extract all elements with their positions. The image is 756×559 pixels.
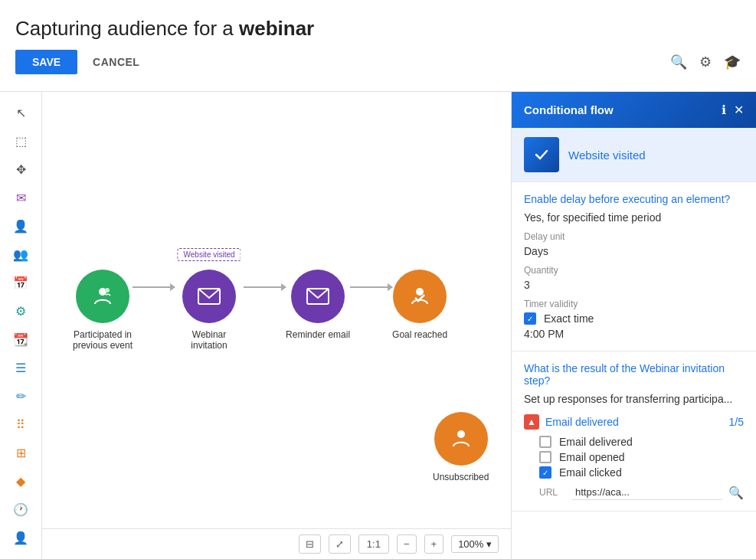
- delay-unit-label: Delay unit: [524, 231, 744, 242]
- email-delivered-expand-row: ▲ Email delivered 1/5: [524, 414, 744, 430]
- grid-toggle-button[interactable]: ⊟: [299, 534, 321, 554]
- flow-node-participated[interactable]: Participated in previous event: [73, 270, 133, 351]
- email-opened-checkbox-row: Email opened: [539, 451, 744, 463]
- zoom-display[interactable]: 100% ▾: [451, 535, 499, 553]
- exact-time-label: Exact time: [544, 312, 594, 325]
- email-delivered-sub-label: Email delivered: [559, 436, 633, 448]
- node-label-unsubscribed: Unsubscribed: [433, 472, 489, 482]
- flow-arrow-2: [244, 270, 286, 288]
- svg-point-5: [457, 430, 465, 438]
- calendar-group-icon[interactable]: 📅: [8, 271, 34, 295]
- delay-answer: Yes, for specified time period: [524, 211, 744, 224]
- timer-validity-label: Timer validity: [524, 299, 744, 309]
- email-delivered-checkbox[interactable]: [539, 436, 551, 448]
- panel-node-info: Website visited: [512, 128, 756, 182]
- list-icon[interactable]: ☰: [8, 356, 34, 380]
- url-search-icon[interactable]: 🔍: [728, 485, 744, 500]
- diamond-icon[interactable]: ◆: [8, 469, 34, 493]
- person-icon[interactable]: 👤: [8, 214, 34, 238]
- exact-time-row: ✓ Exact time: [524, 312, 744, 325]
- app-header: Capturing audience for a webinar SAVE CA…: [0, 0, 756, 92]
- person2-icon[interactable]: 👤: [8, 526, 34, 550]
- node-icon-webinar: [182, 270, 236, 323]
- email-opened-label: Email opened: [559, 451, 625, 463]
- website-visited-badge: Website visited: [178, 248, 241, 261]
- quantity-value: 3: [524, 279, 744, 291]
- group-icon[interactable]: 👥: [8, 243, 34, 266]
- panel-node-name: Website visited: [568, 149, 646, 162]
- canvas-toolbar: ⊟ ⤢ 1:1 − + 100% ▾: [42, 528, 511, 559]
- panel-title: Conditional flow: [524, 103, 614, 116]
- ratio-button[interactable]: 1:1: [358, 534, 389, 554]
- node-icon-participated: [76, 270, 129, 323]
- node-icon-goal: [393, 270, 447, 323]
- email-delivered-checkbox-row: Email delivered: [539, 436, 744, 448]
- flow-canvas: Participated in previous event Website v…: [42, 92, 511, 559]
- node-icon-reminder: [291, 270, 345, 323]
- node-icon-unsubscribed: [434, 412, 488, 466]
- flow-node-reminder[interactable]: Reminder email: [286, 270, 350, 340]
- zoom-out-button[interactable]: −: [397, 534, 417, 554]
- node-label-webinar: Webinar invitation: [175, 329, 244, 351]
- flow-diagram: Participated in previous event Website v…: [73, 270, 447, 351]
- dots-icon[interactable]: ⠿: [8, 413, 34, 436]
- settings-icon[interactable]: ⚙: [699, 54, 712, 70]
- calendar-icon[interactable]: 📆: [8, 328, 34, 351]
- result-question: What is the result of the Webinar invita…: [524, 362, 744, 387]
- node-label-participated: Participated in previous event: [73, 329, 133, 351]
- email-delivered-count: 1/5: [729, 416, 744, 428]
- graduation-icon[interactable]: 🎓: [724, 54, 741, 70]
- clock-icon[interactable]: 🕐: [8, 498, 34, 521]
- delay-section: Enable delay before executing an element…: [512, 182, 756, 351]
- delay-question: Enable delay before executing an element…: [524, 193, 744, 205]
- email-icon[interactable]: ✉: [8, 186, 34, 210]
- flow-node-goal[interactable]: Goal reached: [392, 270, 447, 340]
- panel-info-icon[interactable]: ℹ: [722, 103, 726, 117]
- flow-arrow-1: [133, 270, 175, 288]
- flow-node-webinar-invitation[interactable]: Website visited Webinar invitation: [175, 270, 244, 351]
- search-icon[interactable]: 🔍: [670, 54, 687, 70]
- email-clicked-checkbox[interactable]: ✓: [539, 466, 551, 479]
- left-sidebar: ↖ ⬚ ✥ ✉ 👤 👥 📅 ⚙ 📆 ☰ ✏ ⠿ ⊞ ◆ 🕐 👤: [0, 92, 42, 559]
- grid-icon[interactable]: ⊞: [8, 441, 34, 465]
- panel-node-icon: [524, 137, 559, 172]
- url-label: URL: [539, 487, 566, 498]
- url-row: URL 🔍: [539, 485, 744, 500]
- cancel-button[interactable]: CANCEL: [83, 50, 149, 74]
- email-delivered-group-label: Email delivered: [545, 416, 619, 428]
- right-panel: Conditional flow ℹ ✕ Website visited Ena…: [511, 92, 756, 559]
- flow-node-unsubscribed[interactable]: Unsubscribed: [433, 412, 489, 482]
- email-clicked-checkbox-row: ✓ Email clicked: [539, 466, 744, 479]
- expand-button[interactable]: ⤢: [329, 534, 351, 554]
- save-button[interactable]: SAVE: [15, 50, 77, 74]
- node-label-reminder: Reminder email: [286, 329, 350, 340]
- panel-body: Enable delay before executing an element…: [512, 182, 756, 559]
- node-label-goal: Goal reached: [392, 329, 447, 340]
- result-desc: Set up responses for transferring partic…: [524, 393, 744, 405]
- exact-time-value: 4:00 PM: [524, 328, 744, 340]
- expand-icon[interactable]: ▲: [524, 414, 539, 430]
- email-opened-checkbox[interactable]: [539, 451, 551, 463]
- email-clicked-label: Email clicked: [559, 466, 622, 479]
- exact-time-checkbox[interactable]: ✓: [524, 312, 536, 325]
- analytics-icon[interactable]: ⚙: [8, 299, 34, 323]
- panel-close-icon[interactable]: ✕: [734, 103, 744, 117]
- zoom-in-button[interactable]: +: [424, 534, 444, 554]
- url-input[interactable]: [572, 485, 722, 500]
- panel-header: Conditional flow ℹ ✕: [512, 92, 756, 128]
- flow-arrow-3: [350, 270, 392, 288]
- page-title: Capturing audience for a webinar: [15, 17, 741, 41]
- move-icon[interactable]: ✥: [8, 158, 34, 181]
- delay-unit-value: Days: [524, 245, 744, 257]
- selection-icon[interactable]: ⬚: [8, 129, 34, 153]
- edit-icon[interactable]: ✏: [8, 384, 34, 408]
- result-section: What is the result of the Webinar invita…: [512, 351, 756, 512]
- svg-point-4: [416, 288, 424, 296]
- quantity-label: Quantity: [524, 265, 744, 276]
- svg-point-1: [105, 288, 110, 293]
- cursor-icon[interactable]: ↖: [8, 101, 34, 125]
